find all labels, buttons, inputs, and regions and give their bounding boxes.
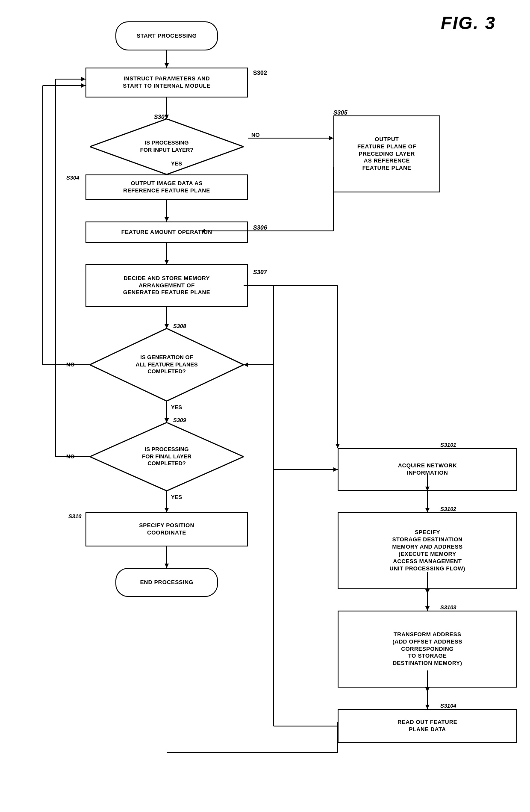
- svg-marker-22: [165, 418, 169, 422]
- s309-shape: IS PROCESSINGFOR FINAL LAYERCOMPLETED?: [90, 422, 244, 491]
- s308-shape: IS GENERATION OFALL FEATURE PLANESCOMPLE…: [90, 328, 244, 401]
- svg-marker-14: [165, 260, 169, 264]
- s306-shape: FEATURE AMOUNT OPERATION: [85, 221, 248, 243]
- s307-label: DECIDE AND STORE MEMORYARRANGEMENT OFGEN…: [123, 275, 210, 297]
- s3101-label: ACQUIRE NETWORKINFORMATION: [398, 462, 457, 477]
- s303-label: IS PROCESSINGFOR INPUT LAYER?: [140, 139, 193, 154]
- end-label: END PROCESSING: [140, 579, 194, 586]
- svg-marker-28: [165, 508, 169, 512]
- s306-label: FEATURE AMOUNT OPERATION: [121, 229, 212, 236]
- s3104-shape: READ OUT FEATUREPLANE DATA: [338, 709, 517, 743]
- arrows-svg: [0, 0, 530, 812]
- svg-marker-9: [165, 217, 169, 221]
- s305-ref: S305: [333, 109, 347, 116]
- s3102-ref: S3102: [440, 506, 456, 512]
- s3104-label: READ OUT FEATUREPLANE DATA: [398, 719, 457, 733]
- s303-ref: S303: [154, 113, 168, 120]
- figure-title: FIG. 3: [441, 13, 496, 33]
- s3103-label: TRANSFORM ADDRESS(ADD OFFSET ADDRESSCORR…: [392, 631, 462, 667]
- s308-yes-label: YES: [171, 404, 182, 410]
- svg-marker-30: [165, 564, 169, 568]
- s3101-shape: ACQUIRE NETWORKINFORMATION: [338, 448, 517, 491]
- s304-shape: OUTPUT IMAGE DATA ASREFERENCE FEATURE PL…: [85, 174, 248, 200]
- s302-label: INSTRUCT PARAMETERS ANDSTART TO INTERNAL…: [123, 75, 211, 90]
- s309-no-label: NO: [66, 453, 75, 460]
- svg-marker-37: [425, 589, 430, 593]
- svg-marker-20: [81, 83, 85, 88]
- svg-marker-59: [244, 363, 248, 367]
- s3101-ref: S3101: [440, 442, 456, 448]
- s304-label: OUTPUT IMAGE DATA ASREFERENCE FEATURE PL…: [123, 180, 210, 195]
- s310-ref: S310: [68, 513, 81, 520]
- s3103-ref: S3103: [440, 604, 456, 611]
- s305-shape: OUTPUTFEATURE PLANE OFPRECEDING LAYERAS …: [333, 115, 440, 192]
- s3102-label: SPECIFYSTORAGE DESTINATIONMEMORY AND ADD…: [389, 529, 465, 572]
- svg-marker-61: [165, 418, 169, 422]
- s3104-ref: S3104: [440, 703, 456, 709]
- s306-ref: S306: [253, 224, 267, 231]
- s310-label: SPECIFY POSITIONCOORDINATE: [139, 522, 194, 537]
- s304-ref: S304: [66, 174, 79, 181]
- s307-ref: S307: [253, 269, 267, 275]
- svg-marker-1: [165, 63, 169, 68]
- s302-shape: INSTRUCT PARAMETERS ANDSTART TO INTERNAL…: [85, 68, 248, 97]
- svg-marker-55: [333, 467, 338, 472]
- svg-marker-33: [336, 444, 340, 448]
- s308-ref: S308: [173, 323, 186, 329]
- svg-marker-49: [425, 606, 430, 611]
- svg-marker-7: [329, 136, 333, 140]
- svg-marker-51: [425, 705, 430, 709]
- s309-label: IS PROCESSINGFOR FINAL LAYERCOMPLETED?: [142, 446, 191, 468]
- svg-marker-39: [425, 688, 430, 692]
- s303-shape: IS PROCESSINGFOR INPUT LAYER?: [90, 119, 244, 174]
- svg-marker-16: [165, 324, 169, 328]
- s305-label: OUTPUTFEATURE PLANE OFPRECEDING LAYERAS …: [357, 136, 416, 172]
- s309-ref: S309: [173, 417, 186, 423]
- s3102-shape: SPECIFYSTORAGE DESTINATIONMEMORY AND ADD…: [338, 512, 517, 589]
- connector-arrows: [0, 0, 530, 812]
- flowchart-diagram: FIG. 3: [0, 0, 530, 812]
- s308-no-label: NO: [66, 361, 75, 368]
- s3103-shape: TRANSFORM ADDRESS(ADD OFFSET ADDRESSCORR…: [338, 611, 517, 688]
- start-label: START PROCESSING: [137, 32, 197, 40]
- s303-yes-label: YES: [171, 160, 182, 167]
- start-shape: START PROCESSING: [115, 21, 218, 50]
- svg-marker-26: [81, 77, 85, 81]
- s308-label: IS GENERATION OFALL FEATURE PLANESCOMPLE…: [135, 354, 197, 376]
- svg-marker-47: [425, 508, 430, 512]
- s309-yes-label: YES: [171, 494, 182, 500]
- s310-shape: SPECIFY POSITIONCOORDINATE: [85, 512, 248, 546]
- s303-no-label: NO: [251, 132, 260, 138]
- s302-ref: S302: [253, 69, 267, 76]
- end-shape: END PROCESSING: [115, 568, 218, 597]
- s307-shape: DECIDE AND STORE MEMORYARRANGEMENT OFGEN…: [85, 264, 248, 307]
